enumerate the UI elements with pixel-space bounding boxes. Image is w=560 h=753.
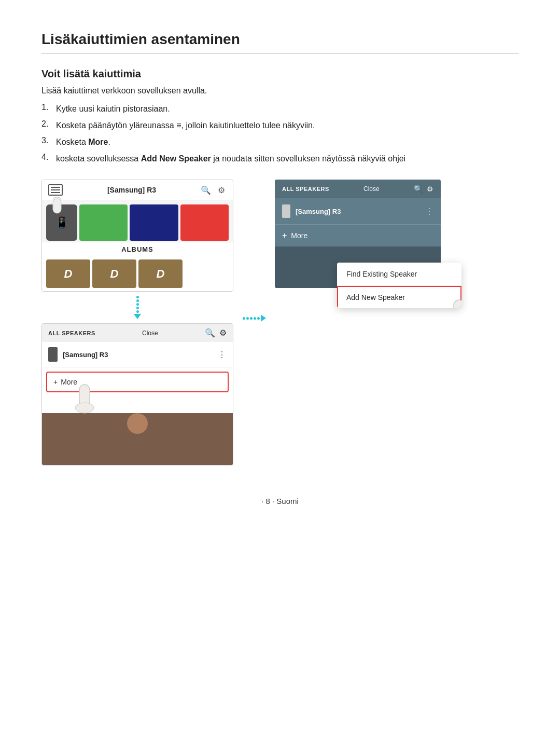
step-text-4: kosketa sovelluksessa Add New Speaker ja… xyxy=(56,153,405,165)
speakers-header: ALL SPEAKERS Close 🔍 ⚙ xyxy=(42,324,233,342)
color-block-dark xyxy=(130,204,178,241)
right-speakers-header: ALL SPEAKERS Close 🔍 ⚙ xyxy=(275,180,441,198)
right-speaker-more-icon[interactable]: ⋮ xyxy=(425,207,433,216)
settings-icon[interactable]: ⚙ xyxy=(216,185,227,195)
page-number: · 8 · Suomi xyxy=(41,497,519,505)
step-4: 4. kosketa sovelluksessa Add New Speaker… xyxy=(41,153,519,165)
color-block-red xyxy=(180,204,229,241)
step-3: 3. Kosketa More. xyxy=(41,136,519,148)
app-screen-bottom: ALL SPEAKERS Close 🔍 ⚙ [Samsung] R3 ⋮ + … xyxy=(41,323,233,466)
bottom-dark-area xyxy=(42,413,233,465)
more-row-wrapper: + More xyxy=(42,372,233,392)
plus-icon: + xyxy=(53,378,58,386)
albums-label: ALBUMS xyxy=(42,242,233,256)
right-speaker-device-icon xyxy=(282,204,290,218)
app-header-icons: 🔍 ⚙ xyxy=(201,185,227,195)
right-settings-icon[interactable]: ⚙ xyxy=(427,185,433,193)
speakers-header-title: ALL SPEAKERS xyxy=(48,330,95,336)
right-speaker-name: [Samsung] R3 xyxy=(296,208,420,215)
arrow-right-container xyxy=(239,180,270,322)
step-text-2: Kosketa päänäytön yläreunassa ≡, jolloin… xyxy=(56,119,315,132)
add-new-speaker-item[interactable]: Add New Speaker xyxy=(337,286,461,308)
intro-text: Lisää kaiuttimet verkkoon sovelluksen av… xyxy=(41,86,519,95)
search-icon[interactable]: 🔍 xyxy=(201,185,211,195)
right-more-label: More xyxy=(291,231,307,240)
arrow-head-down xyxy=(134,314,141,319)
step3-bold: More xyxy=(88,138,108,146)
album-thumb-3: D xyxy=(138,259,183,288)
dotted-arrow-right xyxy=(243,314,266,322)
step-2: 2. Kosketa päänäytön yläreunassa ≡, joll… xyxy=(41,119,519,132)
arrow-down xyxy=(134,292,141,323)
speaker-device-icon xyxy=(48,347,58,362)
right-search-icon[interactable]: 🔍 xyxy=(414,185,423,193)
album-thumbs: D D D xyxy=(42,256,233,291)
right-plus-icon: + xyxy=(282,231,287,240)
finger-more-icon xyxy=(68,382,102,418)
right-more-row[interactable]: + More xyxy=(275,225,441,247)
right-close-btn[interactable]: Close xyxy=(363,185,380,193)
speaker-name: [Samsung] R3 xyxy=(63,351,213,359)
app-screen-top: [Samsung] R3 🔍 ⚙ 📱 ALBUMS D xyxy=(41,180,233,292)
left-phone-column: [Samsung] R3 🔍 ⚙ 📱 ALBUMS D xyxy=(41,180,233,466)
finger-hamburger-icon xyxy=(44,191,73,220)
dark-decoration xyxy=(127,413,148,434)
right-panel: ALL SPEAKERS Close 🔍 ⚙ [Samsung] R3 ⋮ + … xyxy=(275,180,456,288)
speaker-more-icon[interactable]: ⋮ xyxy=(218,350,227,360)
svg-rect-5 xyxy=(454,300,461,308)
svg-point-4 xyxy=(75,403,94,413)
speakers-settings-icon[interactable]: ⚙ xyxy=(219,328,227,338)
illustrations: [Samsung] R3 🔍 ⚙ 📱 ALBUMS D xyxy=(41,180,519,466)
speaker-row: [Samsung] R3 ⋮ xyxy=(42,342,233,367)
step-num-4: 4. xyxy=(41,153,53,165)
step-num-2: 2. xyxy=(41,119,53,132)
step-text-1: Kytke uusi kaiutin pistorasiaan. xyxy=(56,103,170,115)
popup-menu: Find Existing Speaker Add New Speaker xyxy=(337,263,461,308)
app-header-title: [Samsung] R3 xyxy=(107,186,156,194)
speakers-header-icons: 🔍 ⚙ xyxy=(205,328,227,338)
page-title: Lisäkaiuttimien asentaminen xyxy=(41,31,519,53)
right-speaker-row: [Samsung] R3 ⋮ xyxy=(275,198,441,225)
color-block-green xyxy=(79,204,128,241)
dotted-arrow-down xyxy=(134,296,141,319)
speakers-close-btn[interactable]: Close xyxy=(142,330,158,337)
add-new-speaker-label: Add New Speaker xyxy=(346,293,405,302)
step-num-3: 3. xyxy=(41,136,53,148)
svg-rect-1 xyxy=(53,199,61,213)
arrow-head-right xyxy=(261,314,266,322)
steps-list: 1. Kytke uusi kaiutin pistorasiaan. 2. K… xyxy=(41,103,519,165)
right-header-icons: 🔍 ⚙ xyxy=(414,185,433,193)
step-1: 1. Kytke uusi kaiutin pistorasiaan. xyxy=(41,103,519,115)
step4-bold: Add New Speaker xyxy=(141,154,211,163)
album-thumb-1: D xyxy=(46,259,90,288)
album-thumb-2: D xyxy=(92,259,136,288)
finger-add-speaker-icon xyxy=(442,297,461,308)
find-existing-item[interactable]: Find Existing Speaker xyxy=(337,263,461,286)
speakers-search-icon[interactable]: 🔍 xyxy=(205,328,215,338)
section-title: Voit lisätä kaiuttimia xyxy=(41,68,519,80)
right-speakers-title: ALL SPEAKERS xyxy=(282,186,329,192)
step-num-1: 1. xyxy=(41,103,53,115)
step-text-3: Kosketa More. xyxy=(56,136,110,148)
